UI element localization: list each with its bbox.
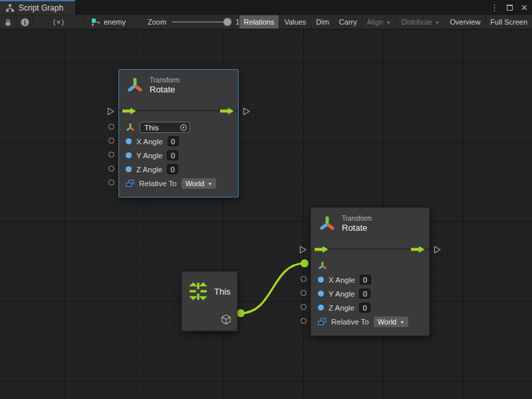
zoom-slider[interactable] bbox=[172, 21, 230, 23]
z-angle-input[interactable]: 0 bbox=[167, 164, 178, 174]
target-input-port[interactable] bbox=[108, 124, 114, 130]
rotate-node-1[interactable]: Transform Rotate This bbox=[118, 69, 239, 198]
window-menu-icon[interactable]: ⋮ bbox=[490, 3, 499, 12]
script-graph-icon bbox=[5, 4, 15, 12]
value-port-dot bbox=[126, 166, 132, 172]
y-angle-input[interactable]: 0 bbox=[359, 289, 370, 299]
graph-toolbar: ⟨×⟩ enemy Zoom 1x Relations Values Dim C… bbox=[0, 15, 532, 29]
x-angle-input[interactable]: 0 bbox=[168, 136, 179, 146]
info-icon bbox=[21, 18, 29, 27]
graph-reference[interactable]: enemy bbox=[90, 15, 126, 29]
value-port-dot bbox=[318, 291, 324, 297]
fullscreen-button[interactable]: Full Screen bbox=[485, 15, 532, 29]
target-value: This bbox=[144, 124, 159, 132]
zoom-slider-handle[interactable] bbox=[223, 18, 231, 26]
control-flow-row bbox=[119, 102, 238, 120]
align-caret-icon: ▼ bbox=[386, 20, 391, 26]
tab-script-graph[interactable]: Script Graph bbox=[0, 0, 75, 15]
enum-icon bbox=[126, 180, 134, 188]
flow-input-port[interactable] bbox=[299, 245, 307, 254]
values-button[interactable]: Values bbox=[279, 15, 311, 29]
z-angle-label: Z Angle bbox=[136, 166, 162, 174]
node-title: Rotate bbox=[342, 223, 372, 233]
x-angle-input-port[interactable] bbox=[108, 138, 114, 144]
enum-icon bbox=[318, 318, 327, 326]
lock-button[interactable] bbox=[0, 15, 17, 29]
x-angle-label: X Angle bbox=[329, 276, 355, 284]
y-angle-label: Y Angle bbox=[136, 152, 162, 160]
node-category: Transform bbox=[342, 214, 372, 223]
relative-to-value: World bbox=[378, 318, 397, 326]
value-port-dot bbox=[318, 305, 324, 311]
graph-canvas[interactable]: Transform Rotate This bbox=[0, 29, 532, 399]
window-tab-bar: Script Graph ⋮ ✕ bbox=[0, 0, 532, 15]
self-node[interactable]: This bbox=[182, 271, 237, 331]
relative-to-value: World bbox=[186, 180, 205, 188]
code-preview-toggle[interactable]: ⟨×⟩ bbox=[33, 15, 85, 29]
node-header: Transform Rotate bbox=[119, 70, 238, 102]
flow-output-port[interactable] bbox=[433, 245, 442, 254]
target-field[interactable]: This bbox=[140, 122, 190, 133]
overview-button[interactable]: Overview bbox=[445, 15, 485, 29]
value-port-dot bbox=[126, 138, 132, 144]
distribute-button[interactable]: Distribute ▼ bbox=[396, 15, 444, 29]
graph-name: enemy bbox=[104, 18, 126, 26]
flow-out-arrow-icon bbox=[220, 107, 235, 115]
self-converge-icon bbox=[188, 281, 208, 301]
value-port-dot bbox=[126, 152, 132, 158]
flow-output-port[interactable] bbox=[242, 107, 251, 116]
info-button[interactable] bbox=[17, 15, 33, 29]
y-angle-label: Y Angle bbox=[329, 290, 354, 298]
transform-icon bbox=[319, 215, 336, 233]
relative-to-input-port[interactable] bbox=[108, 180, 114, 186]
transform-icon bbox=[126, 77, 144, 94]
zoom-label: Zoom bbox=[148, 18, 166, 26]
x-angle-input-port[interactable] bbox=[301, 276, 307, 282]
transform-mini-icon bbox=[126, 123, 135, 132]
relations-button[interactable]: Relations bbox=[239, 15, 279, 29]
rotate2-target-input-port bbox=[301, 259, 309, 267]
z-angle-input-port[interactable] bbox=[301, 304, 307, 310]
x-angle-label: X Angle bbox=[136, 138, 163, 146]
close-icon[interactable]: ✕ bbox=[521, 3, 528, 12]
flow-out-arrow-icon bbox=[411, 245, 426, 253]
y-angle-input[interactable]: 0 bbox=[167, 150, 178, 160]
node-category: Transform bbox=[150, 76, 180, 84]
distribute-caret-icon: ▼ bbox=[435, 20, 440, 26]
flow-in-arrow-icon bbox=[122, 107, 137, 115]
z-angle-label: Z Angle bbox=[329, 304, 354, 312]
rotate-node-2[interactable]: Transform Rotate X Angle bbox=[311, 207, 430, 336]
control-flow-row bbox=[311, 240, 429, 259]
value-port-dot bbox=[318, 277, 324, 283]
y-angle-input-port[interactable] bbox=[108, 152, 114, 158]
carry-button[interactable]: Carry bbox=[334, 15, 362, 29]
relative-to-label: Relative To bbox=[331, 318, 369, 326]
maximize-icon[interactable] bbox=[507, 5, 513, 11]
y-angle-input-port[interactable] bbox=[301, 290, 307, 296]
align-button[interactable]: Align ▼ bbox=[362, 15, 396, 29]
node-title: Rotate bbox=[150, 84, 180, 95]
node-header: Transform Rotate bbox=[311, 208, 429, 240]
x-angle-input[interactable]: 0 bbox=[360, 275, 371, 285]
lock-icon bbox=[4, 18, 12, 27]
relative-to-dropdown[interactable]: World ▼ bbox=[374, 317, 408, 327]
relative-to-label: Relative To bbox=[139, 180, 177, 188]
z-angle-input-port[interactable] bbox=[108, 166, 114, 172]
flow-in-arrow-icon bbox=[315, 245, 329, 253]
relative-to-dropdown[interactable]: World ▼ bbox=[182, 178, 216, 189]
object-picker-icon[interactable] bbox=[180, 124, 188, 132]
transform-mini-icon bbox=[318, 261, 327, 271]
relative-to-input-port[interactable] bbox=[301, 318, 307, 324]
graph-asset-icon bbox=[90, 17, 100, 27]
flow-input-port[interactable] bbox=[106, 107, 115, 116]
self-node-label: This bbox=[214, 287, 231, 297]
gameobject-cube-icon bbox=[221, 314, 231, 325]
distribute-label: Distribute bbox=[401, 18, 432, 26]
dropdown-caret-icon: ▼ bbox=[207, 182, 212, 186]
dropdown-caret-icon: ▼ bbox=[400, 320, 404, 325]
connection-wire bbox=[0, 29, 532, 399]
dim-button[interactable]: Dim bbox=[311, 15, 334, 29]
align-label: Align bbox=[367, 18, 383, 26]
z-angle-input[interactable]: 0 bbox=[359, 303, 370, 313]
tab-label: Script Graph bbox=[19, 3, 63, 13]
